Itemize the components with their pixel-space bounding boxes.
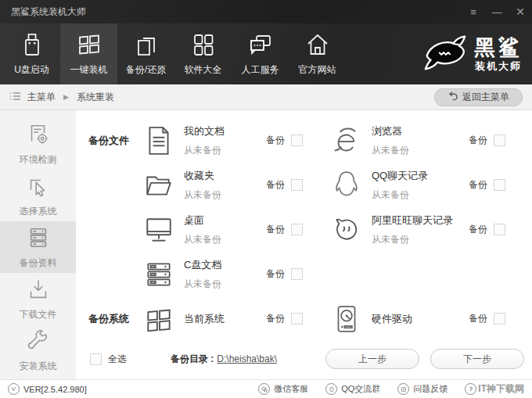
sidebar-item-env-check[interactable]: 环境检测: [0, 118, 76, 170]
sidebar-item-label: 下载文件: [20, 308, 57, 321]
main-content: 备份文件 我的文档 从未备份 备份: [76, 110, 532, 379]
backup-item-browser: 浏览器 从未备份 备份: [329, 118, 532, 163]
item-title: 桌面: [184, 213, 221, 228]
backup-label: 备份: [266, 312, 285, 325]
section-label-backup-files: 备份文件: [76, 134, 142, 148]
help-icon: ?: [465, 383, 476, 395]
backup-item-hardware-drivers: 硬件驱动 备份: [329, 296, 532, 341]
brand-logo: 黑鲨 装机大师: [421, 23, 529, 84]
item-title: 浏览器: [372, 124, 409, 138]
version-icon: V: [8, 383, 20, 395]
nav-item-support[interactable]: 人工服务: [232, 23, 289, 84]
backup-label: 备份: [266, 178, 285, 192]
backup-item-desktop: 桌面 从未备份 备份: [142, 207, 329, 252]
item-title: QQ聊天记录: [372, 169, 428, 183]
watermark-text: IT神下载网: [478, 382, 524, 396]
item-status: 从未备份: [184, 278, 221, 291]
sidebar-item-label: 备份资料: [20, 256, 57, 270]
sidebar-item-label: 选择系统: [20, 205, 57, 218]
backup-dir-link[interactable]: D:\heisha\bak\: [217, 353, 277, 364]
qq-group-link[interactable]: QQ交流群: [325, 383, 380, 395]
backup-checkbox[interactable]: [494, 313, 505, 324]
chevron-right-icon: ▶: [63, 93, 69, 101]
backup-label: 备份: [469, 223, 487, 236]
list-icon: [9, 91, 21, 103]
backup-item-wangwang-chat: 阿里旺旺聊天记录 从未备份 备份: [329, 207, 532, 252]
sidebar-item-select-system[interactable]: 选择系统: [0, 170, 76, 221]
back-button-label: 返回主菜单: [462, 91, 509, 104]
shark-logo-icon: [421, 34, 469, 74]
folder-icon: [142, 170, 176, 200]
qq-penguin-icon: [329, 170, 364, 201]
item-status: 从未备份: [372, 188, 428, 202]
item-status: 从未备份: [372, 233, 453, 246]
nav-item-one-key-install[interactable]: 一键装机: [60, 23, 117, 84]
next-step-button[interactable]: 下一步: [430, 349, 524, 369]
backup-row: 收藏夹 从未备份 备份 QQ聊天记录: [76, 163, 532, 207]
sidebar-item-label: 环境检测: [20, 153, 57, 167]
nav-item-official-site[interactable]: 官方网站: [289, 23, 346, 84]
section-label-backup-system: 备份系统: [76, 312, 142, 326]
backup-checkbox[interactable]: [291, 313, 303, 324]
backup-checkbox[interactable]: [291, 179, 303, 191]
backup-checkbox[interactable]: [494, 134, 505, 146]
backup-label: 备份: [266, 267, 285, 281]
breadcrumb-current: 系统重装: [77, 91, 114, 104]
backup-item-favorites: 收藏夹 从未备份 备份: [142, 163, 329, 207]
backup-item-c-drive-docs: C盘文档 从未备份 备份: [142, 252, 329, 296]
backup-checkbox[interactable]: [494, 179, 505, 191]
brand-name: 黑鲨: [474, 38, 523, 59]
backup-checkbox[interactable]: [291, 268, 303, 280]
backup-checkbox[interactable]: [291, 134, 303, 146]
select-system-icon: [26, 174, 51, 201]
backup-data-icon: [26, 225, 51, 253]
item-title: 阿里旺旺聊天记录: [372, 213, 453, 228]
site-watermark: ? IT神下载网: [465, 382, 524, 396]
backup-checkbox[interactable]: [494, 224, 505, 235]
footer-link-label: 问题反馈: [413, 383, 448, 395]
item-title: 我的文档: [184, 124, 225, 138]
download-icon: [26, 277, 51, 304]
windows-icon: [76, 31, 102, 58]
close-icon[interactable]: ✕: [509, 0, 532, 23]
wrench-icon: [26, 328, 51, 356]
backup-label: 备份: [469, 312, 487, 325]
server-stack-icon: [142, 260, 176, 289]
sidebar-item-download-files[interactable]: 下载文件: [0, 273, 76, 324]
prev-step-button[interactable]: 上一步: [325, 349, 419, 369]
undo-arrow-icon: [448, 91, 458, 103]
footer: V VER[2.5.42.980] 微信客服 QQ交流群: [0, 379, 532, 398]
nav-label: 软件大全: [185, 63, 222, 77]
sidebar-item-backup-data[interactable]: 备份资料: [0, 221, 76, 273]
item-title: 当前系统: [184, 312, 225, 326]
item-status: 从未备份: [372, 144, 409, 157]
version-text: VER[2.5.42.980]: [23, 385, 87, 394]
apps-grid-icon: [190, 31, 217, 58]
backup-checkbox[interactable]: [291, 224, 303, 235]
footer-link-label: QQ交流群: [341, 383, 380, 395]
item-title: 收藏夹: [184, 169, 221, 183]
nav-item-software-center[interactable]: 软件大全: [174, 23, 232, 84]
backup-restore-icon: [133, 31, 160, 58]
nav-label: 一键装机: [70, 63, 108, 77]
wechat-support-link[interactable]: 微信客服: [258, 383, 308, 395]
select-all-checkbox[interactable]: [90, 353, 102, 365]
item-title: 硬件驱动: [372, 312, 412, 326]
menu-icon[interactable]: ≡: [462, 0, 485, 23]
minimize-icon[interactable]: —: [485, 0, 509, 23]
usb-drive-icon: [19, 31, 45, 58]
nav-label: 备份/还原: [126, 63, 166, 77]
back-to-main-menu-button[interactable]: 返回主菜单: [434, 88, 523, 106]
nav-item-backup-restore[interactable]: 备份/还原: [117, 23, 174, 84]
wangwang-bubble-icon: [329, 215, 364, 245]
ie-browser-icon: [329, 125, 364, 156]
feedback-link[interactable]: 问题反馈: [397, 383, 448, 395]
backup-label: 备份: [266, 134, 285, 147]
nav-item-usb-boot[interactable]: U盘启动: [3, 23, 60, 84]
sidebar-item-label: 安装系统: [20, 360, 57, 373]
windows-system-icon: [142, 304, 176, 334]
env-check-icon: [26, 122, 51, 149]
breadcrumb-root[interactable]: 主菜单: [27, 91, 56, 104]
sidebar-item-install-system[interactable]: 安装系统: [0, 324, 76, 376]
backup-row: C盘文档 从未备份 备份: [76, 252, 532, 296]
